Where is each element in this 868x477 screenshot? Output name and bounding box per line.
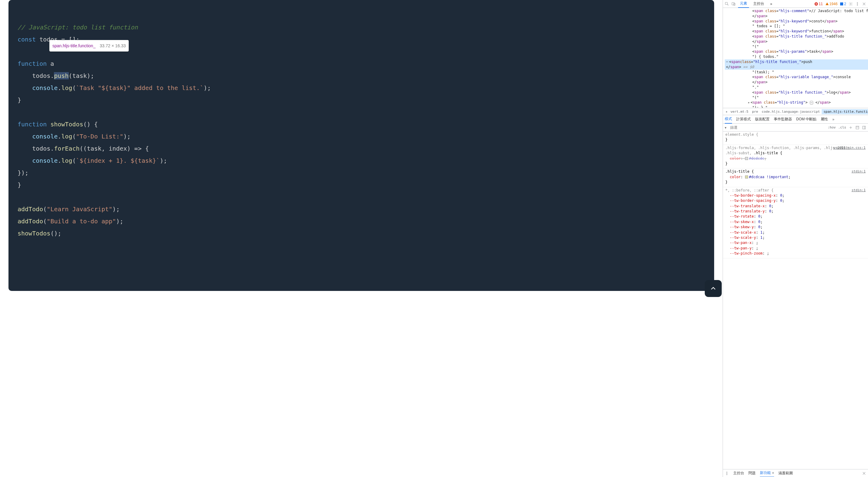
toggle-sidebar-icon[interactable] — [862, 125, 866, 130]
drawer-tab-console[interactable]: 主控台 — [733, 470, 744, 477]
crumb-2[interactable]: pre — [750, 109, 760, 114]
rule-hljs-title[interactable]: stdin:1 .hljs-title { color: #dcdcaa !im… — [723, 169, 868, 187]
close-tab-icon[interactable]: × — [772, 471, 774, 475]
styles-pane[interactable]: element.style { } vs2015.min.css:1 .hljs… — [723, 131, 868, 469]
svg-point-15 — [726, 474, 727, 475]
drawer-close-icon[interactable] — [862, 471, 866, 476]
rule-universal[interactable]: stdin:1 *, ::before, ::after { --tw-bord… — [723, 187, 868, 259]
scroll-top-button[interactable] — [705, 280, 722, 297]
tab-more[interactable]: » — [768, 1, 774, 7]
computed-sidebar-icon[interactable] — [855, 125, 860, 130]
drawer-tab-issues[interactable]: 問題 — [748, 470, 756, 477]
warning-count-badge[interactable]: 1946 — [825, 2, 838, 6]
crumb-selected[interactable]: span.hljs-title.function_ — [822, 109, 868, 114]
info-count-badge[interactable]: 2 — [840, 2, 846, 6]
drawer-tab-coverage[interactable]: 涵蓋範圍 — [778, 470, 793, 477]
devtools-panel: 元素 主控台 » 11 1946 2 <span class="hljs-com… — [723, 0, 868, 477]
styletab-listeners[interactable]: 事件監聽器 — [774, 115, 792, 123]
code-comment: // JavaScript: todo list function — [18, 24, 138, 31]
info-icon — [840, 2, 843, 6]
drawer-tab-whatsnew[interactable]: 新功能 × — [760, 469, 774, 477]
rule-element-style[interactable]: element.style { } — [723, 131, 868, 145]
new-style-rule-icon[interactable] — [848, 125, 853, 130]
settings-icon[interactable] — [848, 2, 853, 6]
inspect-element-icon[interactable] — [725, 2, 729, 6]
crumb-3[interactable]: code.hljs.language-javascript — [760, 109, 822, 114]
element-inspect-tooltip: span.hljs-title.function_ 33.72 × 16.33 — [50, 40, 129, 52]
selected-dom-node[interactable]: ⋯ <span class="hljs-title function_">pus… — [725, 59, 868, 64]
svg-point-5 — [850, 3, 851, 4]
drawer-kebab-icon[interactable] — [725, 471, 729, 476]
rule-hljs-formula[interactable]: vs2015.min.css:1 .hljs-formula, .hljs-fu… — [723, 145, 868, 169]
selected-push-token[interactable]: push — [54, 72, 68, 80]
svg-rect-1 — [732, 2, 735, 5]
svg-point-13 — [726, 472, 727, 472]
kw-function2: function — [18, 121, 46, 128]
styles-filter-input[interactable] — [725, 125, 776, 130]
tooltip-dimensions: 33.72 × 16.33 — [100, 43, 126, 48]
breadcrumb-prev-icon[interactable]: ◂ — [724, 110, 729, 114]
error-icon — [814, 2, 818, 6]
svg-rect-11 — [863, 126, 865, 129]
hov-toggle[interactable]: :hov — [828, 125, 836, 129]
styles-filter-row: ▾ :hov .cls — [723, 124, 868, 131]
rule-source-link[interactable]: stdin:1 — [851, 188, 866, 193]
svg-rect-9 — [856, 126, 859, 129]
close-devtools-icon[interactable] — [862, 2, 866, 6]
svg-point-14 — [726, 473, 727, 474]
svg-point-7 — [857, 4, 858, 4]
code-block: // JavaScript: todo list function const … — [8, 0, 714, 291]
kw-function1: function — [18, 60, 46, 67]
rule-source-link[interactable]: vs2015.min.css:1 — [834, 146, 866, 150]
color-swatch-icon[interactable] — [745, 157, 748, 160]
styletab-more[interactable]: » — [832, 116, 834, 123]
tooltip-selector: span.hljs-title.function_ — [52, 43, 95, 48]
devtools-drawer: 主控台 問題 新功能 × 涵蓋範圍 — [723, 469, 868, 477]
breadcrumb-bar[interactable]: ◂ vert.mt-5 pre code.hljs.language-javas… — [723, 108, 868, 115]
chevron-up-icon — [710, 285, 717, 292]
svg-point-6 — [857, 2, 858, 3]
device-toolbar-icon[interactable] — [732, 2, 736, 6]
styletab-layout[interactable]: 版面配置 — [755, 115, 770, 123]
rule-source-link[interactable]: stdin:1 — [851, 169, 866, 174]
cls-toggle[interactable]: .cls — [838, 125, 846, 129]
tab-elements[interactable]: 元素 — [738, 0, 749, 8]
svg-point-8 — [857, 5, 858, 5]
styles-tab-bar: 樣式 計算樣式 版面配置 事件監聽器 DOM 中斷點 屬性 » — [723, 115, 868, 124]
elements-tree[interactable]: <span class="hljs-comment">// JavaScript… — [723, 8, 868, 108]
kebab-icon[interactable] — [855, 2, 860, 6]
color-swatch-icon[interactable] — [745, 176, 748, 179]
crumb-1[interactable]: vert.mt-5 — [729, 109, 750, 114]
error-count-badge[interactable]: 11 — [814, 2, 823, 6]
eq0-indicator: == $0 — [743, 64, 754, 70]
styletab-dom[interactable]: DOM 中斷點 — [796, 115, 816, 123]
styletab-computed[interactable]: 計算樣式 — [736, 115, 751, 123]
styletab-props[interactable]: 屬性 — [821, 115, 828, 123]
devtools-toolbar: 元素 主控台 » 11 1946 2 — [723, 0, 868, 8]
warning-icon — [825, 2, 829, 6]
code-panel: // JavaScript: todo list function const … — [0, 0, 723, 477]
kw-const: const — [18, 36, 36, 43]
tab-console[interactable]: 主控台 — [751, 0, 766, 7]
styletab-styles[interactable]: 樣式 — [725, 115, 732, 124]
svg-rect-4 — [840, 2, 843, 5]
filter-icon: ▾ — [725, 125, 726, 129]
